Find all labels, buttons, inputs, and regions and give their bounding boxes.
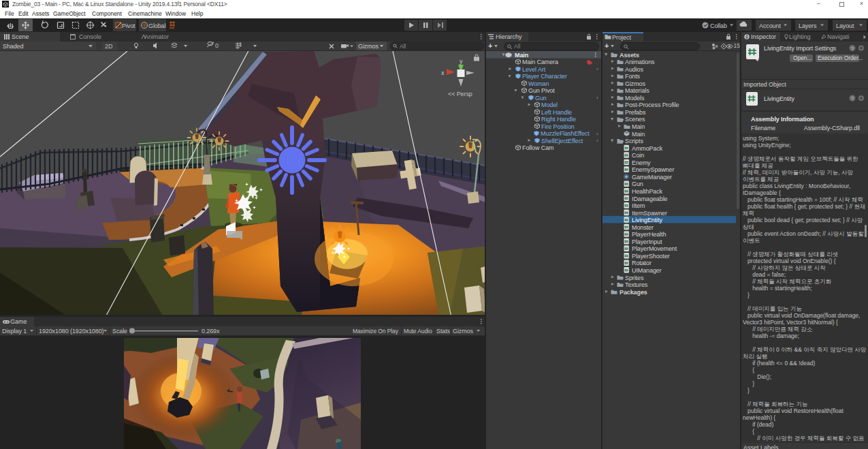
svg-text:PlayerShooter: PlayerShooter (632, 253, 670, 260)
svg-text:Player Character: Player Character (522, 73, 567, 80)
svg-text:Open...: Open... (793, 55, 811, 61)
svg-text:All: All (400, 43, 406, 50)
svg-text:1920x1080 (1920x1080): 1920x1080 (1920x1080) (39, 328, 104, 335)
svg-text:Shaded: Shaded (3, 43, 24, 50)
svg-text:AmmoPack: AmmoPack (632, 145, 663, 152)
svg-text:Gun: Gun (535, 95, 547, 102)
svg-text:HealthPack: HealthPack (632, 188, 663, 195)
svg-text:EnemySpawner: EnemySpawner (632, 166, 674, 173)
svg-text:Mute Audio: Mute Audio (404, 328, 432, 335)
svg-text:LivingEntity Import Settings: LivingEntity Import Settings (764, 45, 837, 52)
svg-text:Rotator: Rotator (632, 260, 652, 266)
svg-text:?: ? (851, 96, 854, 101)
svg-text:Layers: Layers (799, 22, 817, 29)
svg-text:MuzzleFlashEffect: MuzzleFlashEffect (541, 130, 590, 137)
svg-text:Collab: Collab (710, 22, 727, 29)
svg-text:Main: Main (632, 123, 645, 130)
svg-text:Prefabs: Prefabs (625, 109, 646, 116)
svg-text:Main: Main (632, 131, 645, 138)
svg-text:UIManager: UIManager (632, 267, 662, 274)
svg-text:Gizmos: Gizmos (358, 43, 379, 50)
svg-text:GameManager: GameManager (632, 174, 672, 181)
svg-text:Follow Cam: Follow Cam (522, 144, 554, 151)
svg-text:Gizmos: Gizmos (453, 328, 474, 335)
svg-text:Assembly Information: Assembly Information (751, 116, 814, 123)
svg-text:Scripts: Scripts (625, 138, 643, 144)
svg-text:Models: Models (625, 95, 645, 102)
svg-text:Sprites: Sprites (625, 275, 644, 281)
svg-text:Woman: Woman (528, 80, 549, 87)
svg-text:›: › (596, 95, 598, 101)
svg-text:<< Persp: << Persp (448, 91, 472, 97)
svg-text:Account: Account (759, 22, 781, 29)
svg-text:0.269x: 0.269x (202, 328, 220, 335)
svg-text:Scenes: Scenes (625, 116, 645, 123)
svg-text:Assembly-CSharp.dll: Assembly-CSharp.dll (804, 125, 860, 131)
svg-text:PlayerHealth: PlayerHealth (632, 231, 666, 238)
svg-text:Animations: Animations (625, 59, 655, 65)
svg-text:Gun Pivot: Gun Pivot (528, 87, 555, 94)
svg-text:Fonts: Fonts (625, 73, 641, 80)
svg-text:Enemy: Enemy (632, 159, 651, 166)
svg-text:Right Handle: Right Handle (541, 116, 576, 123)
svg-text:ShellEjectEffect: ShellEjectEffect (541, 138, 583, 144)
svg-text:IDamageable: IDamageable (632, 196, 668, 202)
svg-text:Scale: Scale (112, 328, 127, 335)
svg-text:Maximize On Play: Maximize On Play (353, 328, 399, 335)
svg-text:Materials: Materials (625, 87, 649, 94)
svg-text:LivingEntity: LivingEntity (632, 217, 662, 223)
svg-text:PlayerInput: PlayerInput (632, 238, 662, 245)
svg-text:Left Handle: Left Handle (541, 109, 572, 116)
svg-text:Main: Main (515, 52, 528, 59)
svg-text:Execution Order...: Execution Order... (818, 55, 863, 61)
svg-text:Coin: Coin (632, 152, 644, 159)
svg-text:Level Art: Level Art (522, 66, 546, 73)
svg-text:x: x (441, 69, 445, 76)
svg-text:Monster: Monster (632, 224, 654, 231)
svg-text:Post-Process Profile: Post-Process Profile (625, 102, 679, 108)
svg-text:Textures: Textures (625, 281, 648, 288)
svg-text:Packages: Packages (620, 289, 647, 296)
svg-text:Pivot: Pivot (122, 22, 135, 29)
svg-text:Audios: Audios (625, 66, 644, 73)
svg-text:PlayerMovement: PlayerMovement (632, 245, 677, 252)
svg-text:Stats: Stats (436, 328, 451, 335)
svg-text:Filename: Filename (751, 125, 775, 131)
svg-text:Layout: Layout (836, 22, 854, 29)
svg-text:LivingEntity: LivingEntity (764, 95, 794, 102)
svg-text:?: ? (851, 46, 854, 51)
svg-text:›: › (596, 131, 598, 137)
svg-text:Main Camera: Main Camera (522, 59, 558, 65)
svg-text:›: › (596, 138, 598, 144)
svg-text:Global: Global (148, 22, 166, 29)
svg-text:y: y (460, 58, 463, 65)
svg-text:Assets: Assets (620, 52, 639, 59)
svg-text:Fire Position: Fire Position (541, 123, 575, 130)
svg-text:Display 1: Display 1 (2, 328, 27, 335)
svg-text:ItemSpawner: ItemSpawner (632, 210, 667, 217)
svg-text:Imported Object: Imported Object (743, 81, 786, 88)
svg-text:2D: 2D (105, 43, 113, 50)
svg-text:IItem: IItem (632, 202, 645, 209)
svg-text:0: 0 (215, 42, 219, 49)
svg-text:Gun: Gun (632, 181, 643, 187)
svg-text:Model: Model (541, 102, 558, 108)
svg-text:›: › (596, 66, 598, 72)
svg-text:Gizmos: Gizmos (625, 80, 646, 87)
